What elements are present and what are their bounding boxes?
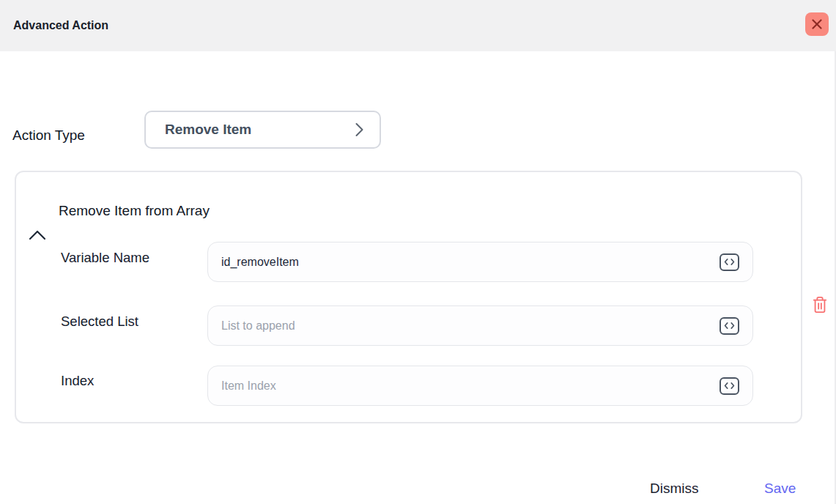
action-type-label: Action Type (12, 127, 85, 144)
variable-name-input[interactable] (207, 242, 753, 282)
trash-icon (812, 296, 828, 314)
chevron-right-icon (355, 122, 363, 137)
selected-list-input[interactable] (207, 305, 753, 346)
collapse-button[interactable] (26, 226, 48, 244)
save-button[interactable]: Save (755, 476, 804, 501)
panel-title: Remove Item from Array (59, 203, 210, 219)
dialog-header: Advanced Action (0, 0, 836, 51)
code-icon (724, 382, 735, 390)
index-label: Index (61, 373, 94, 389)
variable-name-label: Variable Name (61, 250, 149, 266)
index-input[interactable] (207, 366, 753, 406)
index-field-wrap (207, 366, 753, 406)
chevron-up-icon (29, 230, 46, 240)
remove-item-panel: Remove Item from Array Variable Name Sel… (15, 171, 802, 423)
delete-action-button[interactable] (810, 294, 829, 315)
dialog-title: Advanced Action (13, 19, 108, 32)
close-button[interactable] (805, 12, 829, 36)
selected-list-field-wrap (207, 305, 753, 346)
code-icon (724, 322, 735, 330)
dismiss-button[interactable]: Dismiss (641, 476, 708, 501)
selected-list-code-button[interactable] (720, 317, 739, 335)
action-type-value: Remove Item (165, 122, 251, 138)
index-code-button[interactable] (720, 377, 739, 395)
variable-name-field-wrap (207, 242, 753, 282)
x-icon (812, 19, 822, 29)
code-icon (724, 258, 735, 266)
action-type-dropdown[interactable]: Remove Item (144, 111, 381, 149)
selected-list-label: Selected List (61, 314, 138, 330)
variable-name-code-button[interactable] (720, 253, 739, 271)
